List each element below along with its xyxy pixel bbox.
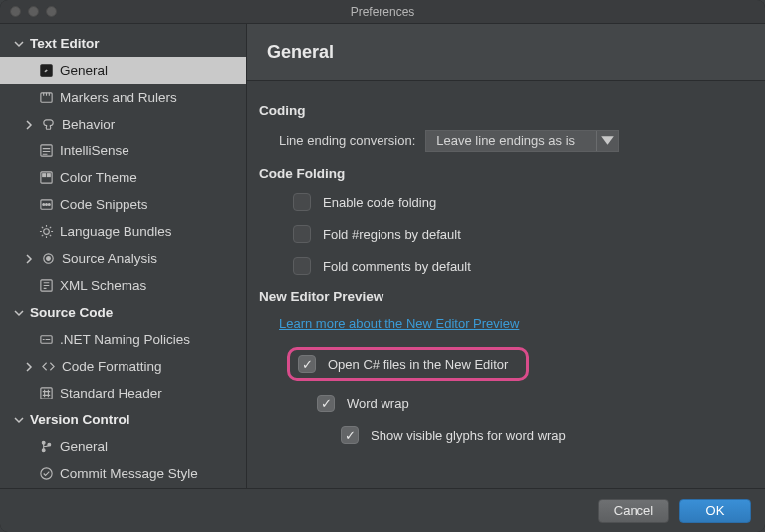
svg-point-7 [42,204,44,206]
check-circle-icon [38,466,54,482]
chevron-down-icon [14,308,24,318]
sidebar-item[interactable]: Markers and Rulers [0,84,246,111]
line-ending-select[interactable]: Leave line endings as is [425,130,619,152]
sidebar-item-label: .NET Naming Policies [60,332,190,347]
glyphs-checkbox[interactable] [341,426,359,444]
tag-box-icon [38,332,54,348]
group-coding-title: Coding [259,103,745,118]
group-folding-title: Code Folding [259,166,745,181]
sidebar-item[interactable]: Commit Message Style [0,460,246,487]
code-icon [40,359,56,375]
line-ending-label: Line ending conversion: [279,133,415,148]
palette-icon [38,170,54,186]
folding-checkbox-label: Fold comments by default [323,259,471,274]
sidebar-item[interactable]: IntelliSense [0,137,246,164]
sidebar-item[interactable]: Code Formatting [0,353,246,380]
open-csharp-label: Open C# files in the New Editor [328,357,508,372]
edit-box-icon [38,63,54,79]
titlebar: Preferences [0,0,765,24]
sidebar-item-label: Markers and Rulers [60,90,177,105]
word-wrap-label: Word wrap [347,397,409,411]
sidebar-item[interactable]: Color Theme [0,164,246,191]
branch-icon [38,439,54,455]
cancel-button[interactable]: Cancel [598,499,669,523]
sidebar-item-label: Color Theme [60,170,137,185]
sidebar-item[interactable]: Code Snippets [0,191,246,218]
hash-box-icon [38,386,54,401]
schema-icon [38,278,54,294]
sidebar-item-label: General [60,439,108,454]
window-title: Preferences [0,5,765,19]
chevron-right-icon [24,362,34,372]
folding-checkbox[interactable] [293,193,311,211]
svg-point-12 [46,257,50,261]
sidebar-item[interactable]: General [0,57,246,84]
text-lines-icon [38,143,54,159]
svg-rect-4 [42,174,45,177]
target-icon [40,251,56,267]
sidebar-section-label: Source Code [30,305,113,320]
chevron-down-icon [596,131,618,151]
svg-rect-15 [40,388,51,399]
content-panel: General Coding Line ending conversion: L… [247,24,765,488]
ruler-icon [38,90,54,106]
glyphs-label: Show visible glyphs for word wrap [371,428,566,443]
sidebar-item-label: Language Bundles [60,224,172,239]
learn-more-link[interactable]: Learn more about the New Editor Preview [279,316,519,331]
sidebar-item-label: IntelliSense [60,143,129,158]
sidebar-item[interactable]: Language Bundles [0,218,246,245]
sidebar-item[interactable]: Source Analysis [0,245,246,272]
folding-checkbox[interactable] [293,225,311,243]
sidebar-item-label: Behavior [62,117,115,132]
sidebar-item[interactable]: General [0,433,246,460]
line-ending-value: Leave line endings as is [426,133,596,148]
svg-point-10 [43,229,49,235]
chevron-down-icon [14,39,24,49]
chevron-down-icon [14,415,24,425]
sidebar-item[interactable]: Behavior [0,111,246,137]
snippet-icon [38,197,54,213]
sidebar-section-label: Text Editor [30,36,100,51]
sidebar-item[interactable]: .NET Naming Policies [0,326,246,353]
preferences-window: Preferences Text EditorGeneralMarkers an… [0,0,765,532]
sidebar-item-label: Code Formatting [62,359,162,374]
sidebar-section[interactable]: Text Editor [0,30,246,57]
sidebar-item[interactable]: XML Schemas [0,272,246,299]
sidebar-section[interactable]: Version Control [0,406,246,433]
sidebar-section-label: Version Control [30,412,130,427]
folding-checkbox-label: Fold #regions by default [323,227,461,242]
sidebar-item[interactable]: Standard Header [0,380,246,406]
highlighted-option: Open C# files in the New Editor [287,347,529,381]
sidebar-item-label: Code Snippets [60,197,148,212]
folding-checkbox-label: Enable code folding [323,195,436,210]
brain-icon [40,117,56,133]
ok-button[interactable]: OK [679,499,751,523]
dialog-footer: Cancel OK [0,488,765,532]
folding-checkbox[interactable] [293,257,311,275]
word-wrap-checkbox[interactable] [317,395,335,412]
content-header: General [247,24,765,81]
sidebar-item-label: Commit Message Style [60,466,198,481]
svg-point-19 [40,468,51,479]
svg-rect-5 [47,174,50,177]
open-csharp-checkbox[interactable] [298,355,316,373]
group-preview-title: New Editor Preview [259,289,745,304]
svg-point-9 [48,204,50,206]
chevron-right-icon [24,120,34,130]
preferences-sidebar: Text EditorGeneralMarkers and RulersBeha… [0,24,247,488]
page-title: General [267,42,334,63]
sidebar-item-label: Standard Header [60,386,162,400]
sidebar-item-label: Source Analysis [62,251,157,266]
svg-point-8 [45,204,47,206]
chevron-right-icon [24,254,34,264]
sidebar-item-label: XML Schemas [60,278,146,293]
sidebar-item-label: General [60,63,108,78]
sidebar-section[interactable]: Source Code [0,299,246,326]
gear-icon [38,224,54,240]
